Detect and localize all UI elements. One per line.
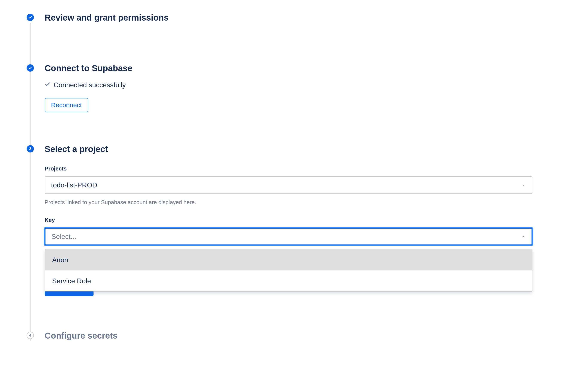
projects-select[interactable]: todo-list-PROD [45,176,533,194]
step-number: 4 [29,333,31,338]
chevron-down-icon [522,181,526,189]
step-title: Select a project [45,144,550,154]
status-text: Connected successfully [54,81,126,89]
option-label: Anon [52,256,68,264]
key-option-anon[interactable]: Anon [45,249,532,270]
key-option-service-role[interactable]: Service Role [45,270,532,292]
step-number: 3 [29,147,31,151]
key-options-dropdown: Anon Service Role [45,249,533,292]
key-label: Key [45,217,533,223]
step-bullet-done [27,14,34,21]
key-select[interactable]: Select... [45,228,533,245]
step-title: Connect to Supabase [45,63,550,73]
connection-status: Connected successfully [45,81,550,89]
primary-button-obscured[interactable] [45,292,94,296]
step-connect-supabase: Connect to Supabase Connected successful… [24,63,550,144]
step-configure-secrets: 4 Configure secrets [24,331,550,341]
step-title: Configure secrets [45,331,550,341]
key-placeholder: Select... [51,233,76,241]
stepper: Review and grant permissions Connect to … [24,12,550,341]
step-review-permissions: Review and grant permissions [24,12,550,63]
step-title: Review and grant permissions [45,12,550,23]
step-bullet-done [27,64,34,72]
check-icon [45,81,51,89]
step-bullet-pending: 4 [27,332,34,339]
reconnect-button[interactable]: Reconnect [45,98,88,112]
reconnect-label: Reconnect [51,101,82,109]
step-select-project: 3 Select a project Projects todo-list-PR… [24,144,550,331]
chevron-down-icon [521,233,526,241]
check-icon [28,66,32,70]
option-label: Service Role [52,277,91,285]
step-bullet-current: 3 [27,145,34,153]
projects-help-text: Projects linked to your Supabase account… [45,199,533,206]
projects-value: todo-list-PROD [51,181,97,189]
projects-label: Projects [45,165,533,172]
check-icon [28,16,32,19]
